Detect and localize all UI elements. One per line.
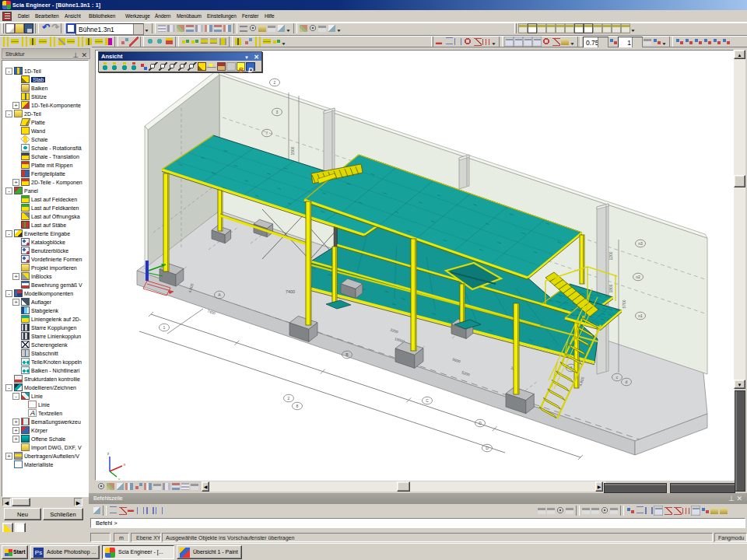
svg-text:D: D: [479, 421, 482, 425]
svg-text:1800: 1800: [608, 284, 613, 292]
svg-text:2: 2: [274, 80, 276, 85]
svg-text:2: 2: [288, 396, 290, 401]
svg-text:D: D: [486, 446, 489, 450]
svg-text:3: 3: [276, 110, 279, 114]
svg-text:8: 8: [296, 404, 299, 408]
svg-text:1: 1: [163, 325, 166, 330]
svg-text:C: C: [426, 398, 429, 403]
svg-text:5700: 5700: [622, 299, 626, 308]
svg-text:1200: 1200: [608, 251, 613, 260]
svg-text:n2: n2: [636, 275, 640, 279]
svg-text:d: d: [626, 380, 628, 384]
svg-text:7400: 7400: [286, 289, 295, 294]
svg-text:n3: n3: [638, 241, 643, 246]
svg-text:n1: n1: [638, 313, 643, 318]
svg-text:1500: 1500: [290, 146, 295, 155]
